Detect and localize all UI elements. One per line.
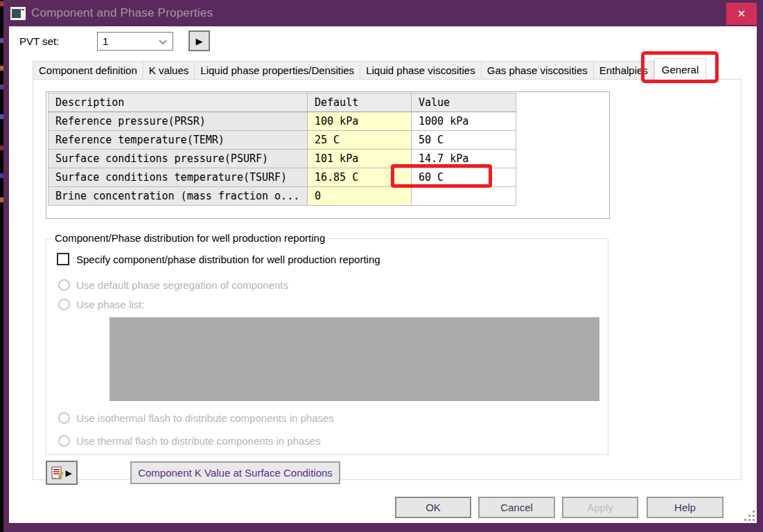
description-cell: Reference pressure(PRSR) (49, 112, 308, 131)
screen: Component and Phase Properties ✕ PVT set… (0, 0, 763, 532)
radio-isothermal-flash (58, 412, 70, 424)
tab-general[interactable]: General (654, 58, 706, 80)
pvt-set-value: 1 (103, 35, 108, 47)
default-cell: 0 (308, 187, 412, 206)
default-cell: 101 kPa (308, 150, 412, 168)
cancel-button[interactable]: Cancel (478, 497, 555, 518)
close-button[interactable]: ✕ (726, 3, 757, 25)
pvt-set-label: PVT set: (19, 35, 59, 47)
value-cell[interactable]: 50 C (412, 131, 516, 150)
value-cell[interactable]: 1000 kPa (412, 112, 516, 131)
radio-default-phase-segregation (58, 279, 70, 291)
pvt-set-dropdown[interactable]: 1 (97, 32, 173, 51)
parameter-table: Description Default Value Reference pres… (48, 93, 516, 206)
notes-icon (51, 466, 64, 480)
table-row: Reference pressure(PRSR) 100 kPa 1000 kP… (49, 112, 516, 131)
radio-isothermal-flash-label: Use isothermal flash to distribute compo… (76, 412, 334, 424)
table-row: Reference temperature(TEMR) 25 C 50 C (49, 131, 516, 150)
play-icon: ▶ (196, 36, 203, 46)
help-button[interactable]: Help (647, 497, 723, 518)
tab-component-definition[interactable]: Component definition (33, 61, 143, 80)
default-cell: 25 C (308, 131, 412, 150)
radio-default-phase-segregation-label: Use default phase segregation of compone… (76, 279, 288, 291)
window-title: Component and Phase Properties (31, 6, 213, 20)
pvt-run-button[interactable]: ▶ (188, 30, 210, 51)
radio-thermal-flash (58, 435, 70, 447)
column-header-default: Default (308, 94, 412, 112)
tab-liquid-phase-viscosities[interactable]: Liquid phase viscosities (360, 61, 482, 80)
description-cell: Surface conditions temperature(TSURF) (49, 168, 308, 187)
chevron-down-icon (159, 39, 167, 45)
column-header-value: Value (412, 94, 516, 112)
description-cell: Reference temperature(TEMR) (49, 131, 308, 150)
value-cell-tsurf[interactable]: 60 C (412, 168, 516, 187)
group-box-title: Component/Phase distribution for well pr… (52, 232, 328, 244)
default-cell: 16.85 C (308, 168, 412, 187)
parameter-table-frame: Description Default Value Reference pres… (46, 91, 610, 219)
window-icon (10, 7, 26, 20)
tab-liquid-phase-properties-densities[interactable]: Liquid phase properties/Densities (195, 61, 360, 80)
radio-thermal-flash-label: Use thermal flash to distribute componen… (76, 435, 321, 447)
dialog-client-area: PVT set: 1 ▶ Component definition K valu… (9, 26, 757, 523)
tab-strip: Component definition K values Liquid pha… (33, 58, 706, 80)
table-row: Surface conditions pressure(PSURF) 101 k… (49, 150, 516, 168)
value-cell[interactable] (412, 187, 516, 206)
tab-gas-phase-viscosities[interactable]: Gas phase viscosities (482, 61, 594, 80)
specify-distribution-label: Specify component/phase distribution for… (76, 254, 380, 265)
phase-list-box (109, 317, 599, 401)
notes-button[interactable]: ▶ (46, 461, 78, 485)
description-cell: Brine concentration (mass fraction o... (49, 187, 308, 206)
column-header-description: Description (49, 94, 308, 112)
close-icon: ✕ (737, 8, 746, 20)
radio-use-phase-list-label: Use phase list: (76, 299, 144, 310)
title-bar[interactable]: Component and Phase Properties ✕ (3, 0, 763, 26)
tab-k-values[interactable]: K values (143, 61, 195, 80)
value-cell[interactable]: 14.7 kPa (412, 150, 516, 168)
radio-use-phase-list (58, 299, 70, 310)
component-k-value-button[interactable]: Component K Value at Surface Conditions (130, 461, 340, 484)
tab-enthalpies[interactable]: Enthalpies (594, 61, 654, 80)
play-icon: ▶ (65, 468, 71, 478)
dialog-window: Component and Phase Properties ✕ PVT set… (3, 0, 763, 532)
table-header-row: Description Default Value (49, 94, 516, 112)
ok-button[interactable]: OK (395, 497, 471, 518)
resize-grip[interactable] (744, 511, 756, 522)
apply-button: Apply (562, 497, 638, 518)
table-row: Brine concentration (mass fraction o... … (49, 187, 516, 206)
specify-distribution-checkbox[interactable] (57, 253, 69, 265)
default-cell: 100 kPa (308, 112, 412, 131)
table-row: Surface conditions temperature(TSURF) 16… (49, 168, 516, 187)
description-cell: Surface conditions pressure(PSURF) (49, 150, 308, 168)
distribution-group-box: Component/Phase distribution for well pr… (46, 238, 608, 455)
